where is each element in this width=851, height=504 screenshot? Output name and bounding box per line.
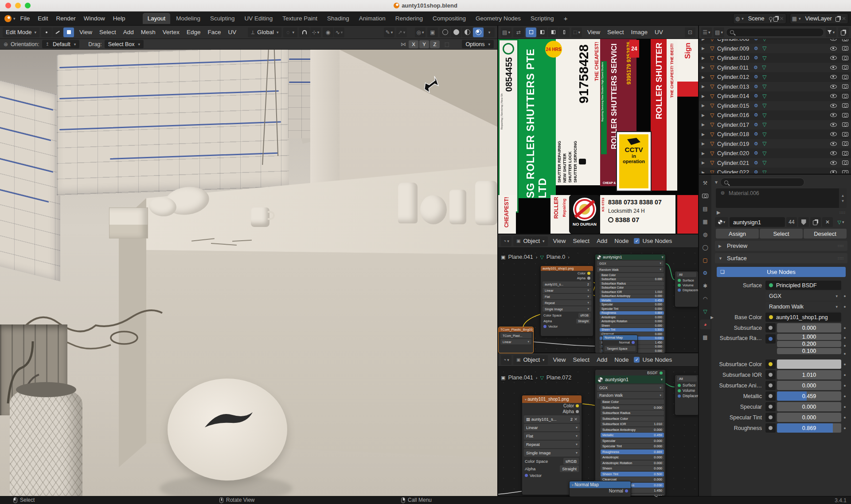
subsurface-radius-y[interactable]: 0.200: [777, 341, 841, 347]
outliner-item[interactable]: ▶ ▽ Cylinder.016 ⚙ ▽: [699, 110, 851, 120]
alpha-socket[interactable]: [576, 410, 579, 413]
distribution-dropdown[interactable]: GGX▾: [765, 291, 841, 301]
mirror-axis-button[interactable]: X: [409, 40, 418, 48]
modifier-wrench-icon[interactable]: ⚙: [753, 39, 759, 42]
bsdf-input-row[interactable]: Subsurface0.000: [600, 277, 664, 281]
normal-map-header[interactable]: ▾ Normal Map: [570, 481, 631, 488]
object-name[interactable]: Cylinder.010: [717, 55, 749, 61]
hide-in-viewport-eye-icon[interactable]: [830, 39, 837, 41]
use-nodes-checkbox[interactable]: ✓: [634, 238, 640, 244]
outliner-display-mode-dropdown[interactable]: ▤▾: [714, 27, 724, 37]
object-name[interactable]: Cylinder.009: [717, 45, 749, 52]
hide-in-viewport-eye-icon[interactable]: [830, 123, 837, 127]
properties-nav-icon[interactable]: ▾: [715, 179, 718, 185]
select-button[interactable]: Select: [760, 229, 803, 238]
outliner-item[interactable]: ▶ ▽ Cylinder.021 ⚙ ▽: [699, 158, 851, 168]
modifier-wrench-icon[interactable]: ⚙: [753, 55, 759, 61]
shader1-canvas[interactable]: ▣Plane.041› ▽Plane.0› aunty101_shop1.png…: [498, 248, 698, 353]
viewport-menu-item[interactable]: Vertex: [159, 27, 183, 37]
image-node-dropdown[interactable]: Single Image▾: [524, 449, 580, 457]
image-texture-node[interactable]: ▾ aunty101_shop1.png Color Alpha ▤ aunty…: [522, 395, 582, 495]
subsurface-method-dropdown[interactable]: Random Walk▾: [765, 302, 841, 311]
image-editor-menu-item[interactable]: Image: [628, 27, 652, 37]
surface-shader-field[interactable]: Principled BSDF: [765, 281, 841, 290]
outliner-item[interactable]: ▶ ▽ Cylinder.018 ⚙ ▽: [699, 129, 851, 139]
shutter-wall-main[interactable]: [57, 50, 289, 195]
expand-arrow-icon[interactable]: ▶: [702, 122, 707, 127]
particles-tab-icon[interactable]: ✱: [700, 281, 710, 291]
outliner-item[interactable]: ▶ ▽ Cylinder.009 ⚙ ▽: [699, 44, 851, 54]
material-output-node[interactable]: All Surface Volume Displacement: [675, 375, 698, 415]
object-name[interactable]: Cylinder.012: [717, 74, 749, 80]
deselect-button[interactable]: Deselect: [804, 229, 847, 238]
bottle[interactable]: [398, 183, 418, 223]
normal-space-dropdown[interactable]: Tangent Space: [605, 346, 636, 351]
cardboard-box[interactable]: [109, 207, 148, 238]
show-overlays-toggle[interactable]: ◎▾: [415, 27, 426, 37]
browse-material-dropdown[interactable]: ▾: [715, 217, 728, 227]
bsdf-input-row[interactable]: Subsurface Radius: [601, 410, 664, 415]
subsurface-slider[interactable]: 0.000: [777, 323, 841, 332]
disable-in-render-camera-icon[interactable]: [842, 39, 848, 41]
viewport-menu-item[interactable]: View: [76, 27, 96, 37]
bsdf-input-row[interactable]: Specular0.000: [600, 303, 664, 307]
shader-menu-item[interactable]: Add: [593, 236, 611, 246]
shader-menu-item[interactable]: View: [550, 236, 570, 246]
snap-toggle-button[interactable]: [299, 27, 310, 37]
hide-in-viewport-eye-icon[interactable]: [830, 75, 837, 79]
material-name-field[interactable]: auntysign1: [730, 217, 785, 227]
shader-menu-item[interactable]: Add: [593, 355, 611, 364]
hide-in-viewport-eye-icon[interactable]: [830, 113, 837, 117]
workspace-tab[interactable]: Modeling: [171, 13, 205, 24]
stool-top[interactable]: [168, 379, 287, 481]
disable-in-render-camera-icon[interactable]: [842, 113, 848, 117]
tool-tab-icon[interactable]: ⚒: [700, 178, 710, 188]
outliner-item[interactable]: ▶ ▽ Cylinder.015 ⚙ ▽: [699, 101, 851, 111]
hide-in-viewport-eye-icon[interactable]: [830, 85, 837, 89]
subsurface-ior-slider[interactable]: 1.010: [777, 370, 841, 379]
viewlayer-name[interactable]: ViewLayer: [802, 15, 834, 22]
viewlayer-selector[interactable]: ▦▾ ViewLayer ✕: [790, 13, 848, 24]
image-node-dropdown[interactable]: Repeat▾: [524, 441, 580, 448]
canister[interactable]: [449, 190, 466, 224]
expand-arrow-icon[interactable]: ▶: [702, 132, 707, 137]
normal-map-header[interactable]: Normal Map: [603, 335, 637, 340]
expand-arrow-icon[interactable]: ▶: [702, 141, 707, 146]
mirror-axis-button[interactable]: Y: [419, 40, 429, 48]
outliner-item[interactable]: ▶ ▽ Cylinder.008 ⚙ ▽: [699, 39, 851, 44]
tcom-node-header[interactable]: TCom_Plastic_Bng03_0.50x0.50_1K_mc: [499, 327, 533, 332]
bsdf-input-row[interactable]: Roughness0.869: [601, 449, 664, 454]
expand-arrow-icon[interactable]: ▶: [702, 94, 707, 98]
shutter-wall-left[interactable]: [0, 78, 60, 281]
expand-arrow-icon[interactable]: ▶: [702, 46, 707, 51]
specular-tint-slider[interactable]: 0.000: [777, 413, 841, 422]
outliner-item[interactable]: ▶ ▽ Cylinder.012 ⚙ ▽: [699, 72, 851, 82]
vertex-select-mode-button[interactable]: [41, 27, 52, 37]
workspace-tab-layout[interactable]: Layout: [143, 13, 171, 24]
modifier-wrench-icon[interactable]: ⚙: [753, 84, 759, 90]
image-texture-node-header[interactable]: aunty101_shop1.png: [541, 266, 593, 271]
shading-rendered-button[interactable]: [473, 27, 484, 37]
menu-item[interactable]: Edit: [34, 13, 52, 23]
base-color-input-row[interactable]: Base Color: [601, 399, 664, 404]
shader-menu-item[interactable]: Node: [611, 355, 632, 364]
workspace-tab[interactable]: Scripting: [526, 13, 559, 24]
hide-in-viewport-eye-icon[interactable]: [830, 142, 837, 146]
mug[interactable]: [251, 207, 269, 227]
vector-socket[interactable]: [543, 325, 547, 328]
trash-bin[interactable]: [10, 386, 82, 496]
bsdf-input-row[interactable]: Subsurface Color: [601, 416, 664, 421]
object-name[interactable]: Cylinder.019: [717, 141, 749, 147]
swap-areas-icon[interactable]: ⇄: [513, 27, 524, 37]
workspace-tab[interactable]: Texture Paint: [277, 13, 322, 24]
uv-mode-scopes-button[interactable]: [559, 27, 570, 37]
object-name[interactable]: Cylinder.021: [717, 160, 749, 166]
center-view-icon[interactable]: ⊡: [685, 27, 695, 37]
transform-orientation-dropdown[interactable]: ⟂Global▾: [248, 27, 281, 37]
modifier-wrench-icon[interactable]: ⚙: [753, 93, 759, 99]
image-datablock-field[interactable]: ▤ aunty101_s...2✕: [524, 415, 580, 423]
unlink-scene-icon[interactable]: ✕: [780, 16, 784, 22]
material-name[interactable]: auntysign1: [605, 377, 628, 382]
image-node-dropdown[interactable]: Flat▾: [543, 294, 591, 299]
hide-in-viewport-eye-icon[interactable]: [830, 56, 837, 60]
